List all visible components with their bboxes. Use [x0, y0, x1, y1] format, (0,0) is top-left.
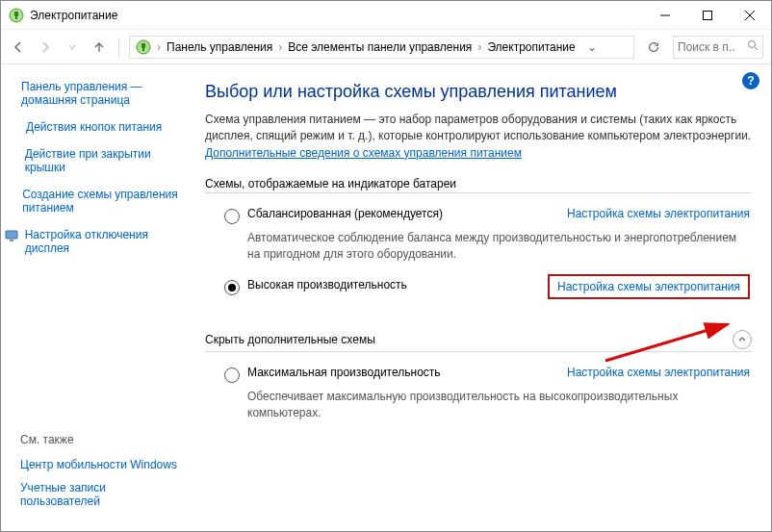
- intro-text: Схема управления питанием — это набор па…: [205, 112, 752, 162]
- refresh-button[interactable]: [642, 36, 665, 59]
- svg-line-11: [755, 47, 758, 50]
- intro-learn-more-link[interactable]: Дополнительные сведения о схемах управле…: [205, 146, 522, 160]
- up-button[interactable]: [90, 38, 109, 57]
- svg-rect-8: [142, 43, 145, 48]
- svg-rect-9: [142, 48, 144, 51]
- content: ? Выбор или настройка схемы управления п…: [193, 64, 771, 531]
- plan-balanced-desc: Автоматическое соблюдение баланса между …: [205, 228, 752, 274]
- chevron-right-icon: ›: [157, 40, 161, 54]
- plan-maxperf-label[interactable]: Максимальная производительность: [247, 366, 555, 379]
- see-also-header: См. также: [20, 433, 182, 446]
- radio-highperf[interactable]: [224, 280, 240, 295]
- maximize-button[interactable]: [686, 1, 729, 30]
- see-also-accounts[interactable]: Учетные записи пользователей: [20, 481, 182, 508]
- page-title: Выбор или настройка схемы управления пит…: [205, 82, 752, 102]
- main-area: Панель управления — домашняя страница Де…: [1, 64, 771, 531]
- close-button[interactable]: [729, 1, 771, 30]
- window-title: Электропитание: [30, 9, 644, 22]
- group-visible-header: Схемы, отображаемые на индикаторе батаре…: [205, 177, 752, 193]
- svg-rect-4: [704, 11, 712, 19]
- svg-rect-12: [6, 231, 17, 239]
- power-icon: [136, 39, 151, 55]
- plan-balanced-row: Сбалансированная (рекомендуется) Настрой…: [205, 203, 752, 228]
- sidebar-item-display-off[interactable]: Настройка отключения дисплея: [25, 228, 182, 255]
- plan-maxperf-desc: Обеспечивает максимальную производительн…: [205, 387, 752, 433]
- search-box[interactable]: [673, 36, 763, 59]
- sidebar-item-home[interactable]: Панель управления — домашняя страница: [21, 80, 182, 107]
- search-input[interactable]: [678, 40, 735, 54]
- titlebar: Электропитание: [1, 1, 771, 30]
- svg-point-10: [749, 41, 756, 48]
- radio-maxperf[interactable]: [224, 367, 240, 383]
- plan-maxperf-settings-link[interactable]: Настройка схемы электропитания: [555, 366, 750, 379]
- forward-button[interactable]: [36, 38, 55, 57]
- see-also-mobility[interactable]: Центр мобильности Windows: [20, 458, 182, 471]
- breadcrumb-mid[interactable]: Все элементы панели управления: [288, 40, 472, 54]
- plan-balanced-label[interactable]: Сбалансированная (рекомендуется): [247, 207, 555, 220]
- sidebar-item-create-plan[interactable]: Создание схемы управления питанием: [22, 188, 182, 215]
- plan-balanced-settings-link[interactable]: Настройка схемы электропитания: [555, 207, 750, 220]
- minimize-button[interactable]: [644, 1, 686, 30]
- plan-highperf-settings-link[interactable]: Настройка схемы электропитания: [548, 274, 750, 299]
- svg-rect-2: [15, 16, 17, 19]
- chevron-down-icon[interactable]: ⌄: [579, 40, 597, 54]
- chevron-right-icon: ›: [278, 40, 282, 54]
- sidebar-item-lid-action[interactable]: Действие при закрытии крышки: [25, 147, 182, 174]
- search-icon: [747, 39, 759, 54]
- separator: [118, 38, 119, 57]
- monitor-icon: [5, 228, 19, 241]
- chevron-right-icon: ›: [477, 40, 481, 54]
- sidebar-item-button-actions[interactable]: Действия кнопок питания: [26, 120, 162, 134]
- breadcrumb-leaf[interactable]: Электропитание: [487, 40, 575, 54]
- navbar: › Панель управления › Все элементы панел…: [1, 30, 771, 64]
- plan-maxperf-row: Максимальная производительность Настройк…: [205, 362, 752, 387]
- recent-dropdown[interactable]: [63, 38, 82, 57]
- svg-rect-1: [14, 12, 18, 16]
- plan-highperf-label[interactable]: Высокая производительность: [247, 278, 548, 291]
- sidebar: Панель управления — домашняя страница Де…: [1, 64, 193, 531]
- radio-balanced[interactable]: [224, 209, 240, 224]
- collapse-toggle-icon[interactable]: [733, 330, 752, 349]
- help-icon[interactable]: ?: [742, 72, 759, 89]
- svg-rect-13: [10, 240, 13, 241]
- group-hidden-header[interactable]: Скрыть дополнительные схемы: [205, 330, 752, 352]
- plan-highperf-row: Высокая производительность Настройка схе…: [205, 274, 752, 299]
- breadcrumb-root[interactable]: Панель управления: [167, 40, 272, 54]
- breadcrumb[interactable]: › Панель управления › Все элементы панел…: [129, 36, 634, 59]
- back-button[interactable]: [9, 38, 28, 57]
- power-icon: [9, 8, 24, 23]
